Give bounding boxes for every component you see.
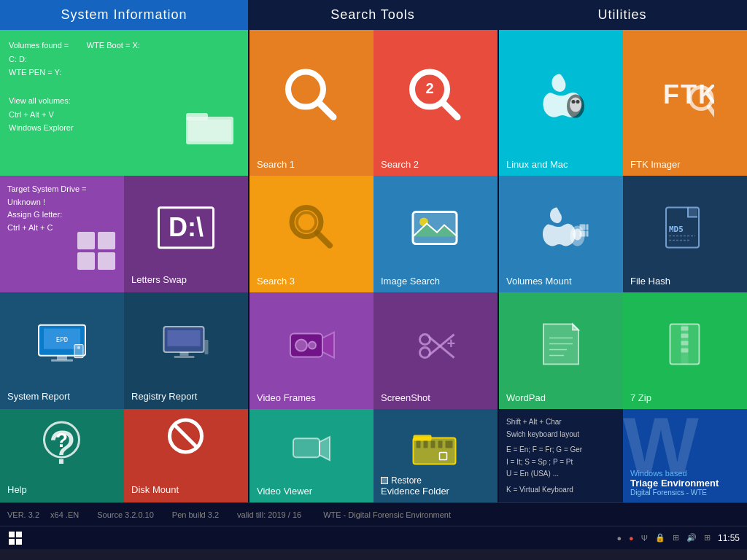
svg-point-36 (309, 342, 316, 349)
svg-rect-15 (168, 330, 201, 346)
wte-footer: Digital Forensics - WTE (630, 489, 740, 497)
svg-rect-81 (681, 349, 689, 353)
svg-text:FTK: FTK (663, 79, 714, 109)
search3-tile[interactable]: Search 3 (249, 176, 374, 292)
source: Source 3.2.0.10 (97, 510, 154, 519)
svg-rect-50 (446, 441, 453, 448)
svg-rect-79 (681, 334, 689, 338)
volumes-mount-tile[interactable]: Volumes Mount (499, 176, 623, 292)
svg-text:+: + (447, 335, 456, 351)
search1-label: Search 1 (257, 159, 366, 170)
svg-text:2: 2 (425, 80, 433, 96)
wte-env-label: WTE - Digital Forensic Environment (323, 510, 451, 519)
disk-mount-tile[interactable]: Disk Mount (124, 409, 248, 502)
svg-point-30 (297, 213, 316, 232)
svg-rect-78 (681, 327, 689, 331)
svg-point-55 (576, 100, 580, 104)
svg-rect-48 (431, 441, 436, 448)
zip7-label: 7 Zip (630, 392, 740, 403)
pen-build: Pen build 3.2 (172, 510, 219, 519)
registry-report-label: Registry Report (131, 391, 241, 402)
svg-rect-82 (9, 532, 15, 537)
help-label: Help (7, 484, 117, 495)
screenshot-label: ScreenShot (381, 392, 490, 403)
svg-rect-49 (438, 441, 443, 448)
video-frames-tile[interactable]: Video Frames (249, 292, 374, 409)
linux-mac-tile[interactable]: Linux and Mac (499, 30, 623, 176)
svg-text:MD5: MD5 (669, 225, 684, 234)
registry-report-tile[interactable]: Registry Report (124, 292, 248, 409)
system-report-label: System Report (7, 391, 117, 402)
restore-label: Restore (391, 475, 422, 486)
svg-rect-5 (77, 252, 95, 270)
arch: x64 .EN (50, 510, 79, 519)
volumes-mount-label: Volumes Mount (506, 276, 616, 287)
file-hash-tile[interactable]: MD5 File Hash (623, 176, 747, 292)
status-bar: VER. 3.2 x64 .EN Source 3.2.0.10 Pen bui… (0, 502, 747, 526)
svg-rect-18 (205, 340, 209, 354)
target-drive-tile[interactable]: Target System Drive = Unknown ! Assign G… (0, 176, 124, 292)
header-system-info: System Information (0, 0, 248, 30)
disk-mount-label: Disk Mount (131, 484, 241, 495)
system-info-tile[interactable]: Volumes found = WTE Boot = X: C: D: WTE … (0, 30, 248, 176)
wte-title: Windows based (630, 469, 740, 478)
svg-rect-66 (688, 208, 697, 217)
ftk-imager-tile[interactable]: FTK FTK Imager (623, 30, 747, 176)
zip7-tile[interactable]: 7 Zip (623, 292, 747, 409)
search2-tile[interactable]: 2 Search 2 (374, 30, 498, 176)
image-search-tile[interactable]: Image Search (374, 176, 498, 292)
svg-point-54 (572, 100, 576, 104)
valid-till: valid till: 2019 / 16 (237, 510, 301, 519)
evidence-folder-tile[interactable]: Restore Evidence Folder (374, 409, 498, 502)
wordpad-tile[interactable]: WordPad (499, 292, 623, 409)
video-viewer-label: Video Viewer (257, 486, 366, 497)
header-search-tools: Search Tools (248, 0, 498, 30)
svg-rect-1 (186, 113, 208, 120)
svg-marker-34 (322, 332, 334, 358)
svg-rect-3 (77, 232, 95, 249)
svg-point-35 (295, 340, 307, 351)
svg-rect-2 (188, 120, 231, 141)
evidence-folder-label: Evidence Folder (381, 486, 490, 497)
svg-rect-31 (413, 212, 457, 244)
version: VER. 3.2 (7, 510, 39, 519)
screenshot-tile[interactable]: + ScreenShot (374, 292, 498, 409)
help-tile[interactable]: ? ? Help (0, 409, 124, 502)
search2-label: Search 2 (381, 159, 490, 170)
svg-rect-42 (293, 438, 320, 457)
start-button[interactable] (4, 528, 27, 548)
ftk-imager-label: FTK Imager (630, 159, 740, 170)
svg-text:?: ? (55, 429, 68, 451)
svg-rect-63 (580, 231, 586, 237)
keyboard-info-tile: Shift + Alt + Char Swich keyboard layout… (499, 409, 623, 502)
video-viewer-tile[interactable]: Video Viewer (249, 409, 374, 502)
svg-rect-47 (424, 441, 428, 448)
svg-point-53 (570, 98, 581, 112)
taskbar-right: ● ● Ψ 🔒 ⊞ 🔊 ⊞ 11:55 (616, 533, 743, 543)
svg-rect-45 (414, 435, 432, 441)
image-search-label: Image Search (381, 276, 490, 287)
svg-rect-4 (98, 232, 115, 249)
wte-subtitle: Triage Environment (630, 478, 740, 489)
svg-rect-61 (580, 225, 586, 230)
svg-rect-84 (9, 539, 15, 545)
svg-rect-6 (98, 252, 115, 270)
wte-branding-tile[interactable]: W Windows based Triage Environment Digit… (623, 409, 747, 502)
letters-swap-label: Letters Swap (131, 274, 241, 285)
search1-tile[interactable]: Search 1 (249, 30, 374, 176)
svg-point-38 (420, 348, 430, 358)
svg-rect-83 (16, 532, 22, 537)
taskbar: ● ● Ψ 🔒 ⊞ 🔊 ⊞ 11:55 (0, 526, 747, 549)
svg-text:EPD: EPD (56, 336, 68, 343)
svg-line-24 (319, 103, 333, 117)
letters-swap-tile[interactable]: D:\ Letters Swap (124, 176, 248, 292)
svg-point-37 (420, 335, 430, 345)
search3-label: Search 3 (257, 276, 366, 287)
system-report-tile[interactable]: EPD System Report (0, 292, 124, 409)
svg-line-22 (174, 424, 198, 448)
svg-rect-46 (417, 441, 421, 448)
svg-line-26 (443, 103, 457, 117)
svg-rect-16 (180, 352, 189, 356)
wordpad-label: WordPad (506, 392, 616, 403)
file-hash-label: File Hash (630, 276, 740, 287)
